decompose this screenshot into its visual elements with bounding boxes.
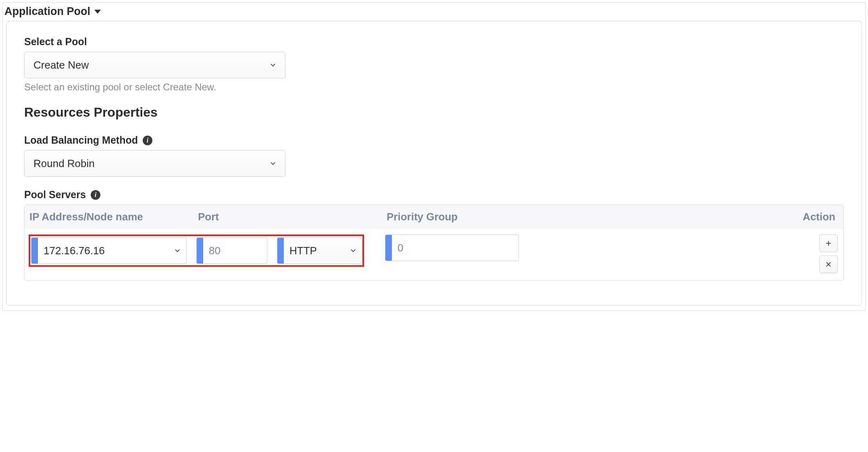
input-stripe <box>277 238 284 264</box>
highlighted-group: 172.16.76.16 80 HTTP <box>29 234 364 267</box>
info-icon[interactable]: i <box>143 136 152 145</box>
chevron-down-icon <box>169 247 186 255</box>
load-balancing-label: Load Balancing Method i <box>24 134 844 146</box>
resources-properties-heading: Resources Properties <box>24 105 844 120</box>
protocol-dropdown[interactable]: HTTP <box>277 237 362 264</box>
col-ip: IP Address/Node name <box>29 211 198 223</box>
input-stripe <box>385 235 392 261</box>
info-icon[interactable]: i <box>91 190 100 200</box>
col-action: Action <box>543 211 839 223</box>
select-pool-label: Select a Pool <box>24 36 844 48</box>
select-pool-value: Create New <box>33 59 89 71</box>
priority-group-input[interactable]: 0 <box>385 234 519 261</box>
section-header[interactable]: Application Pool <box>3 3 865 21</box>
chevron-down-icon <box>269 159 277 167</box>
input-stripe <box>31 238 38 264</box>
pool-servers-table: IP Address/Node name Port Priority Group… <box>24 205 844 281</box>
port-value: 80 <box>203 245 267 257</box>
ip-address-input[interactable]: 172.16.76.16 <box>31 237 187 264</box>
ip-value: 172.16.76.16 <box>38 245 169 257</box>
priority-value: 0 <box>392 242 518 254</box>
section-title: Application Pool <box>4 5 90 18</box>
col-priority: Priority Group <box>387 211 543 223</box>
load-balancing-dropdown[interactable]: Round Robin <box>24 150 285 177</box>
add-row-button[interactable] <box>819 234 838 252</box>
input-stripe <box>197 238 203 264</box>
col-port: Port <box>198 211 387 223</box>
load-balancing-value: Round Robin <box>33 157 95 170</box>
select-pool-dropdown[interactable]: Create New <box>24 52 285 78</box>
protocol-value: HTTP <box>284 245 344 257</box>
caret-down-icon <box>94 10 101 14</box>
chevron-down-icon <box>269 61 277 69</box>
action-buttons <box>819 234 839 273</box>
chevron-down-icon <box>344 247 362 255</box>
select-pool-help: Select an existing pool or select Create… <box>24 82 844 93</box>
table-header: IP Address/Node name Port Priority Group… <box>25 205 843 229</box>
application-pool-panel: Select a Pool Create New Select an exist… <box>6 21 862 306</box>
remove-row-button[interactable] <box>819 255 838 273</box>
port-input[interactable]: 80 <box>196 237 267 264</box>
table-row: 172.16.76.16 80 HTTP <box>25 229 843 280</box>
pool-servers-label: Pool Servers i <box>24 189 844 201</box>
